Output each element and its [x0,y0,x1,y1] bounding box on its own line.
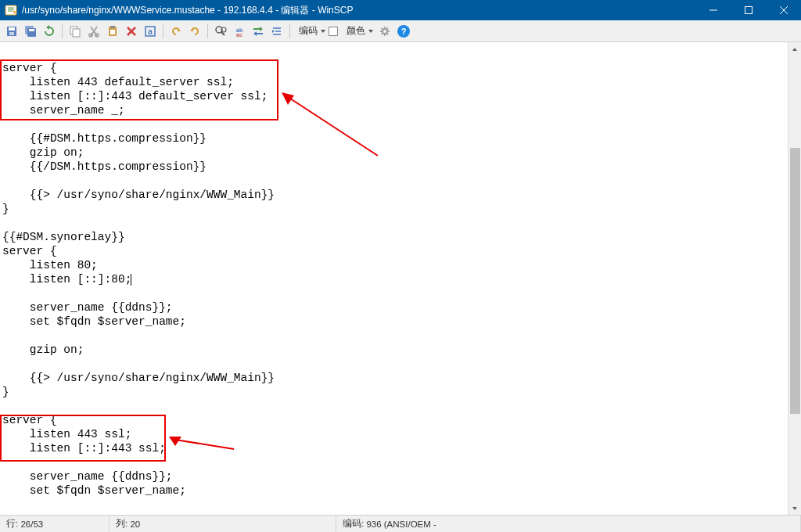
code-line: listen [::]:443 ssl; [2,442,166,455]
svg-point-27 [383,29,387,34]
minimize-button[interactable] [695,0,731,20]
svg-text:a: a [148,27,153,36]
app-icon [5,4,17,16]
code-line: gzip on; [2,343,84,356]
col-value: 20 [130,519,140,529]
annotation-arrow-2 [167,432,238,455]
paste-button[interactable] [104,23,121,40]
svg-line-28 [288,97,378,156]
color-label: 颜色 [347,24,365,38]
line-label: 行: [6,518,18,530]
separator [207,24,208,38]
color-checkbox[interactable] [329,27,338,36]
separator [62,24,63,38]
color-dropdown[interactable]: 颜色 [342,23,375,40]
svg-marker-29 [282,92,294,105]
help-button[interactable]: ? [395,23,412,40]
select-all-button[interactable]: a [142,23,159,40]
code-line: set $fqdn $server_name; [2,315,186,328]
encoding-dropdown[interactable]: 编码 [294,23,327,40]
svg-rect-12 [73,29,80,37]
replace-button[interactable]: abac [231,23,248,40]
code-line: listen 443 default_server ssl; [2,76,234,88]
svg-rect-7 [9,32,14,35]
vertical-scrollbar[interactable] [788,42,801,515]
status-line: 行: 26/53 [0,516,110,532]
code-line: } [2,386,9,398]
status-column: 列: 20 [110,516,336,532]
code-line: listen [::]:443 default_server ssl; [2,90,268,102]
toolbar: a abac 编码 颜色 ? [0,20,801,42]
svg-rect-10 [29,29,34,31]
titlebar: /usr/syno/share/nginx/WWWService.mustach… [0,0,801,20]
text-cursor [131,274,131,286]
code-line: listen 443 ssl; [2,428,131,440]
separator [289,24,290,38]
code-line: {{/DSM.https.compression}} [2,160,207,173]
scrollbar-thumb[interactable] [790,148,800,414]
goto-button[interactable] [250,23,267,40]
close-button[interactable] [766,0,801,20]
code-line: set $fqdn $server_name; [2,484,186,497]
copy-button[interactable] [66,23,84,40]
svg-marker-31 [169,437,181,446]
code-line: server_name {{ddns}}; [2,301,173,314]
col-label: 列: [116,518,128,530]
svg-rect-2 [745,7,752,14]
encoding-value: 936 (ANSI/OEM - [366,519,436,529]
scroll-down-icon[interactable] [788,501,801,515]
settings-button[interactable] [376,23,393,40]
line-value: 26/53 [20,519,43,529]
encoding-label: 编码: [343,518,364,530]
help-icon: ? [397,25,410,38]
save-all-button[interactable] [22,23,39,40]
find-button[interactable] [212,23,229,40]
code-line: } [2,203,9,215]
encoding-label: 编码 [299,24,318,38]
chevron-down-icon [321,30,325,33]
window-title: /usr/syno/share/nginx/WWWService.mustach… [22,4,695,17]
status-encoding: 编码: 936 (ANSI/OEM - [336,516,801,532]
code-line: server_name _; [2,104,125,117]
window-buttons [695,0,801,20]
chevron-down-icon [368,30,373,33]
outdent-button[interactable] [268,23,286,40]
code-line: server_name {{ddns}}; [2,470,173,483]
redo-button[interactable] [186,23,203,40]
code-line: {{#DSM.https.compression}} [2,132,207,145]
reload-button[interactable] [41,23,58,40]
code-line: listen [::]:80; [2,273,131,286]
code-line: gzip on; [2,146,84,159]
code-line: server { [2,414,57,426]
cut-button[interactable] [85,23,102,40]
svg-rect-16 [110,26,115,28]
maximize-button[interactable] [731,0,766,20]
statusbar: 行: 26/53 列: 20 编码: 936 (ANSI/OEM - [0,515,801,532]
code-line: {{> /usr/syno/share/nginx/WWW_Main}} [2,372,275,384]
code-line: server { [2,245,57,257]
separator [163,24,163,38]
delete-button[interactable] [123,23,140,40]
undo-button[interactable] [167,23,185,40]
annotation-arrow-1 [280,89,382,160]
code-line: server { [2,62,57,74]
code-line: {{> /usr/syno/share/nginx/WWW_Main}} [2,189,275,201]
scroll-up-icon[interactable] [788,42,801,56]
code-editor[interactable]: server { listen 443 default_server ssl; … [0,42,788,515]
editor-area: server { listen 443 default_server ssl; … [0,42,801,515]
svg-line-23 [221,32,224,35]
code-line: listen 80; [2,259,98,271]
code-line: {{#DSM.synorelay}} [2,231,125,243]
svg-rect-17 [110,30,115,34]
svg-line-30 [175,440,234,449]
svg-rect-6 [9,27,15,31]
save-button[interactable] [3,23,20,40]
svg-text:ac: ac [236,32,242,38]
